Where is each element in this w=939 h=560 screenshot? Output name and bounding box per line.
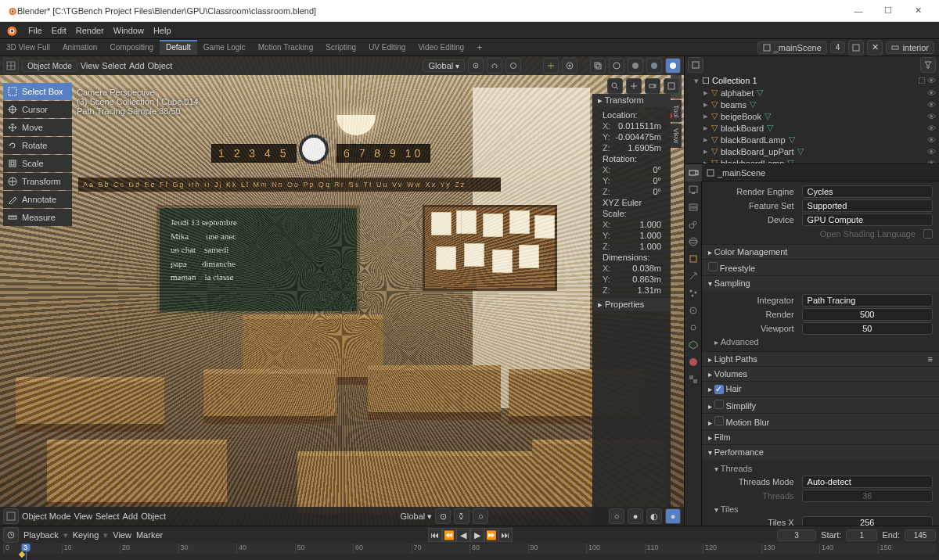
workspace-tab-scripting[interactable]: Scripting — [319, 40, 362, 55]
panel-motionblur[interactable]: ▸ Motion Blur — [702, 414, 939, 429]
visibility-toggle[interactable]: 👁 — [927, 100, 936, 109]
tab-texture[interactable] — [685, 371, 702, 388]
tl-menu-playback[interactable]: Playback — [23, 530, 59, 540]
transform-panel-header[interactable]: ▸ Transform — [593, 94, 671, 107]
workspace-tab-motion-tracking[interactable]: Motion Tracking — [252, 40, 320, 55]
gizmo-toggle-icon[interactable] — [543, 58, 559, 74]
feature-set-select[interactable]: Supported — [802, 199, 933, 212]
render-samples-field[interactable]: 500 — [802, 308, 933, 321]
workspace-tab-video-editing[interactable]: Video Editing — [412, 40, 470, 55]
close-button[interactable]: ✕ — [903, 0, 933, 22]
visibility-toggle[interactable]: 👁 — [927, 124, 936, 133]
add-workspace-button[interactable]: + — [470, 39, 488, 56]
outliner-item[interactable]: ▸▽blackboardLamp▽👁 — [688, 157, 936, 164]
outliner-item[interactable]: ▸▽blackBoard▽👁 — [688, 122, 936, 134]
tab-constraints[interactable] — [685, 319, 702, 336]
visibility-toggle[interactable]: 👁 — [927, 76, 936, 86]
shading-lookdev-icon[interactable] — [646, 58, 662, 74]
workspace-tab-animation[interactable]: Animation — [56, 40, 103, 55]
workspace-tab-game-logic[interactable]: Game Logic — [197, 40, 252, 55]
move-view-icon[interactable] — [626, 78, 642, 94]
tab-viewlayer[interactable] — [685, 199, 702, 216]
vp-footer-object[interactable]: Object — [141, 512, 166, 521]
tool-measure[interactable]: Measure — [3, 209, 72, 226]
tab-physics[interactable] — [685, 302, 702, 319]
perspective-icon[interactable] — [664, 78, 679, 94]
threads-mode-select[interactable]: Auto-detect — [802, 476, 933, 488]
scale-z[interactable]: 1.000 — [639, 242, 661, 251]
menu-help[interactable]: Help — [149, 26, 176, 35]
vp-footer-view[interactable]: View — [74, 512, 92, 521]
hair-checkbox[interactable]: ✓ — [714, 385, 724, 394]
mode-selector[interactable]: Object Mode — [22, 60, 77, 72]
menu-edit[interactable]: Edit — [47, 26, 71, 35]
device-select[interactable]: GPU Compute — [802, 214, 933, 226]
playhead[interactable]: 3 — [21, 544, 30, 551]
tl-menu-marker[interactable]: Marker — [136, 530, 163, 540]
timeline-editor-icon[interactable] — [3, 527, 19, 543]
play-reverse-button[interactable]: ◀ — [456, 528, 470, 542]
shading-wire-footer[interactable]: ○ — [609, 508, 624, 524]
new-scene-button[interactable] — [848, 40, 864, 56]
orientation-selector[interactable]: Global ▾ — [423, 59, 465, 72]
dim-y[interactable]: 0.863m — [632, 275, 661, 284]
panel-hair[interactable]: ▸ ✓ Hair — [702, 382, 939, 397]
location-y[interactable]: -0.004475m — [615, 132, 661, 142]
rotation-z[interactable]: 0° — [653, 187, 661, 196]
current-frame-field[interactable]: 3 — [777, 529, 816, 541]
jump-start-button[interactable]: ⏮ — [428, 528, 442, 542]
pivot-footer-icon[interactable]: ⊙ — [435, 508, 451, 524]
prop-footer-icon[interactable]: ○ — [473, 508, 488, 524]
timeline-track[interactable]: 0102030405060708090100110120130140150 3 — [3, 544, 936, 560]
panel-simplify[interactable]: ▸ Simplify — [702, 397, 939, 413]
scale-x[interactable]: 1.000 — [639, 220, 661, 229]
keyframe-prev-button[interactable]: ⏪ — [442, 528, 456, 542]
workspace-tab-3d-view-full[interactable]: 3D View Full — [0, 40, 56, 55]
scale-y[interactable]: 1.000 — [639, 231, 661, 240]
sub-threads[interactable]: ▾ Threads — [708, 462, 933, 475]
shading-rendered-icon[interactable] — [665, 58, 681, 74]
play-button[interactable]: ▶ — [470, 528, 484, 542]
vp-footer-add[interactable]: Add — [123, 512, 139, 521]
exclude-toggle[interactable]: ☐ — [918, 76, 926, 86]
snap-icon[interactable] — [487, 58, 502, 74]
tab-scene[interactable] — [685, 216, 702, 233]
keyframe-next-button[interactable]: ⏩ — [484, 528, 498, 542]
panel-lightpaths[interactable]: ▸ Light Paths ≡ — [702, 352, 939, 366]
overlay-toggle-icon[interactable] — [562, 58, 577, 74]
panel-color-management[interactable]: ▸ Color Management — [702, 245, 939, 259]
osl-checkbox[interactable] — [923, 229, 933, 239]
viewlayer-selector[interactable]: interior — [886, 41, 934, 54]
tool-cursor[interactable]: Cursor — [3, 101, 72, 118]
outliner-item[interactable]: ▸▽blackBoard_upPart▽👁 — [688, 145, 936, 157]
tool-annotate[interactable]: Annotate — [3, 191, 72, 208]
vp-menu-select[interactable]: Select — [102, 61, 126, 70]
dim-x[interactable]: 0.038m — [632, 264, 661, 273]
editor-type-footer-icon[interactable] — [3, 508, 19, 524]
panel-performance[interactable]: ▾ Performance — [702, 445, 939, 459]
panel-advanced[interactable]: ▸ Advanced — [708, 336, 933, 348]
shading-rendered-footer[interactable]: ● — [665, 508, 681, 524]
orientation-footer[interactable]: Global ▾ — [400, 512, 432, 522]
menu-file[interactable]: File — [23, 26, 47, 35]
filter-icon[interactable] — [920, 57, 936, 73]
tab-material[interactable] — [685, 354, 702, 371]
outliner-editor-icon[interactable] — [688, 57, 703, 73]
tiles-x-field[interactable]: 256 — [802, 516, 933, 526]
visibility-toggle[interactable]: 👁 — [927, 147, 936, 156]
vp-footer-select[interactable]: Select — [95, 512, 120, 521]
tl-menu-keying[interactable]: Keying — [73, 530, 99, 540]
integrator-select[interactable]: Path Tracing — [802, 294, 933, 307]
outliner-item[interactable]: ▸▽beigeBook▽👁 — [688, 110, 936, 122]
render-engine-select[interactable]: Cycles — [802, 185, 933, 198]
panel-freestyle[interactable]: Freestyle — [702, 260, 939, 275]
visibility-toggle[interactable]: 👁 — [927, 88, 936, 98]
tool-transform[interactable]: Transform — [3, 173, 72, 190]
snap-footer-icon[interactable]: ⧲ — [454, 508, 470, 524]
panel-volumes[interactable]: ▸ Volumes — [702, 367, 939, 381]
minimize-button[interactable]: — — [844, 0, 873, 22]
outliner-collection[interactable]: ▾☐ Collection 1☐ 👁 — [688, 75, 936, 87]
viewport-samples-field[interactable]: 50 — [802, 322, 933, 335]
pivot-icon[interactable] — [468, 58, 484, 74]
shading-solid-icon[interactable] — [628, 58, 643, 74]
